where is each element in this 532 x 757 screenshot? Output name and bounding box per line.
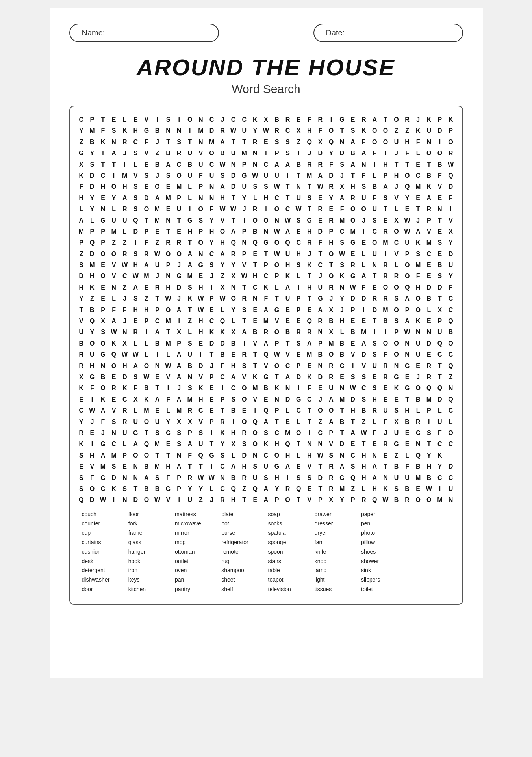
word-item: shoes bbox=[361, 547, 404, 557]
grid-cell: S bbox=[358, 181, 369, 192]
date-box[interactable]: Date: bbox=[313, 24, 463, 42]
grid-cell: Y bbox=[337, 495, 348, 506]
grid-cell: R bbox=[239, 293, 250, 304]
grid-cell: S bbox=[261, 428, 272, 439]
grid-cell: E bbox=[108, 114, 119, 125]
grid-row: REJNUGTSCSPSIKHROSCMOICPTAWFJUECSFO bbox=[76, 428, 456, 439]
grid-cell: C bbox=[152, 316, 163, 327]
grid-cell: O bbox=[445, 428, 456, 439]
grid-cell: Y bbox=[424, 450, 435, 461]
grid-cell: O bbox=[391, 114, 402, 125]
grid-cell: Y bbox=[184, 484, 195, 495]
grid-cell: S bbox=[413, 249, 424, 260]
grid-cell: U bbox=[282, 249, 293, 260]
grid-cell: M bbox=[413, 181, 424, 192]
grid-cell: R bbox=[217, 125, 228, 136]
grid-cell: D bbox=[424, 338, 435, 349]
grid-cell: E bbox=[413, 159, 424, 170]
grid-cell: N bbox=[424, 327, 435, 338]
grid-cell: S bbox=[326, 450, 337, 461]
word-item: plate bbox=[221, 510, 264, 519]
grid-cell: Q bbox=[250, 484, 261, 495]
grid-cell: M bbox=[174, 405, 185, 416]
grid-cell: F bbox=[369, 193, 380, 204]
grid-cell: J bbox=[304, 148, 315, 159]
grid-cell: T bbox=[293, 170, 304, 181]
word-item: toilet bbox=[361, 585, 404, 594]
grid-cell: A bbox=[347, 428, 358, 439]
grid-cell: Q bbox=[402, 181, 413, 192]
grid-cell: Z bbox=[141, 293, 152, 304]
grid-cell: E bbox=[163, 204, 174, 215]
grid-cell: A bbox=[152, 394, 163, 405]
grid-cell: O bbox=[174, 170, 185, 181]
grid-cell: N bbox=[402, 349, 413, 360]
grid-cell: L bbox=[358, 260, 369, 271]
grid-cell: O bbox=[380, 137, 391, 148]
grid-cell: P bbox=[271, 405, 282, 416]
grid-cell: H bbox=[358, 472, 369, 484]
grid-cell: S bbox=[239, 439, 250, 450]
grid-cell: G bbox=[337, 472, 348, 484]
grid-cell: C bbox=[239, 114, 250, 125]
grid-cell: A bbox=[358, 148, 369, 159]
grid-cell: M bbox=[152, 215, 163, 226]
grid-cell: R bbox=[391, 271, 402, 282]
grid-cell: P bbox=[347, 305, 358, 316]
grid-cell: Y bbox=[445, 271, 456, 282]
grid-cell: U bbox=[261, 461, 272, 472]
grid-cell: H bbox=[369, 484, 380, 495]
grid-cell: V bbox=[108, 271, 119, 282]
grid-cell: H bbox=[358, 461, 369, 472]
grid-cell: X bbox=[217, 282, 228, 293]
grid-cell: U bbox=[369, 204, 380, 215]
grid-cell: V bbox=[217, 215, 228, 226]
grid-cell: A bbox=[217, 249, 228, 260]
grid-cell: X bbox=[261, 114, 272, 125]
grid-cell: U bbox=[130, 417, 141, 428]
grid-cell: A bbox=[402, 316, 413, 327]
grid-cell: R bbox=[217, 495, 228, 506]
grid-row: HYEYASDAMPLNNHTYLHCTUSEYARUFSVYEAEF bbox=[76, 193, 456, 204]
grid-cell: H bbox=[337, 316, 348, 327]
grid-cell: K bbox=[261, 282, 272, 293]
word-item: table bbox=[268, 566, 311, 575]
grid-cell: T bbox=[76, 305, 87, 316]
grid-cell: G bbox=[184, 215, 195, 226]
word-item: outlet bbox=[175, 557, 217, 566]
grid-cell: A bbox=[369, 461, 380, 472]
grid-cell: X bbox=[119, 338, 130, 349]
grid-cell: U bbox=[184, 349, 195, 360]
grid-cell: R bbox=[326, 372, 337, 383]
grid-cell: L bbox=[391, 204, 402, 215]
grid-cell: O bbox=[271, 361, 282, 372]
grid-cell: G bbox=[130, 428, 141, 439]
grid-cell: W bbox=[163, 293, 174, 304]
grid-cell: S bbox=[391, 316, 402, 327]
grid-cell: O bbox=[326, 271, 337, 282]
grid-cell: X bbox=[391, 215, 402, 226]
grid-cell: M bbox=[337, 394, 348, 405]
grid-cell: Z bbox=[358, 417, 369, 428]
grid-row: ZBKNRCFJTSTNMATTRESSZQXQNAFOOUHFNIO bbox=[76, 137, 456, 148]
grid-cell: V bbox=[141, 148, 152, 159]
grid-cell: V bbox=[163, 495, 174, 506]
grid-cell: H bbox=[304, 282, 315, 293]
grid-cell: W bbox=[315, 181, 326, 192]
grid-cell: S bbox=[130, 193, 141, 204]
word-column: platepotpurserefrigeratorremoterugshampo… bbox=[221, 510, 264, 594]
grid-cell: H bbox=[195, 316, 206, 327]
grid-cell: W bbox=[217, 204, 228, 215]
grid-cell: O bbox=[380, 338, 391, 349]
name-box[interactable]: Name: bbox=[69, 24, 219, 42]
grid-cell: N bbox=[402, 338, 413, 349]
grid-cell: T bbox=[304, 271, 315, 282]
grid-cell: N bbox=[391, 361, 402, 372]
grid-cell: Z bbox=[119, 237, 130, 248]
grid-cell: R bbox=[282, 484, 293, 495]
grid-cell: R bbox=[119, 204, 130, 215]
grid-cell: G bbox=[391, 372, 402, 383]
grid-cell: Y bbox=[206, 215, 217, 226]
grid-cell: E bbox=[206, 383, 217, 394]
grid-cell: O bbox=[141, 361, 152, 372]
